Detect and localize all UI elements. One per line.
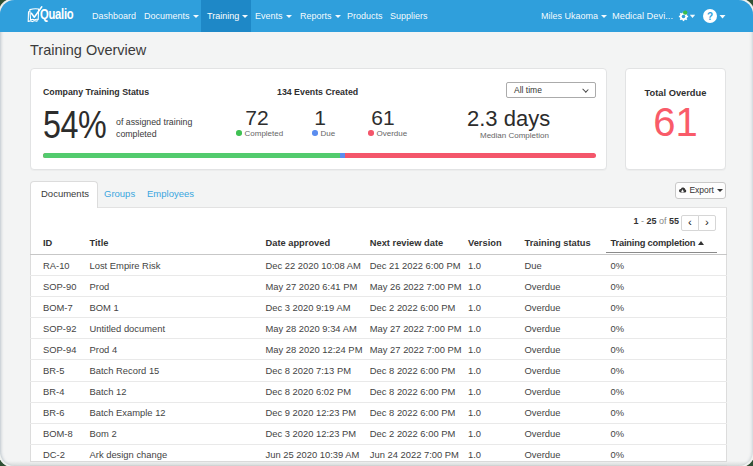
svg-text:?: ? [707, 11, 713, 22]
